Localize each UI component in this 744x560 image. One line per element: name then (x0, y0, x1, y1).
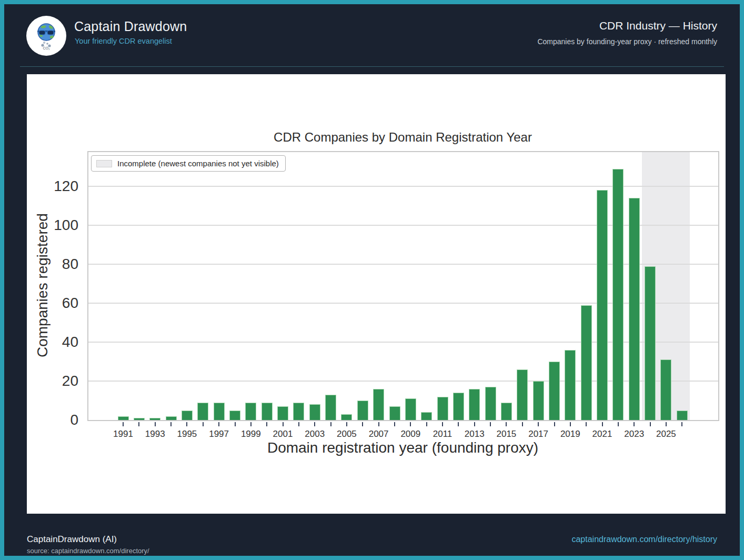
x-axis-label: Domain registration year (founding proxy… (87, 439, 718, 456)
x-tick-label-2007: 2007 (363, 429, 395, 439)
page: CO₂ Captain Drawdown Your friendly CDR e… (0, 0, 744, 560)
bar-2018 (549, 362, 560, 420)
bar-1992 (134, 418, 145, 420)
x-tick-2014 (490, 422, 491, 426)
bar-2004 (325, 395, 336, 420)
x-tick-label-2005: 2005 (331, 429, 363, 439)
x-tick-label-2001: 2001 (267, 429, 299, 439)
x-tick-2009 (410, 422, 411, 426)
bar-2020 (581, 305, 592, 420)
bar-1995 (182, 411, 193, 421)
bar-2026 (677, 411, 688, 421)
x-tick-2000 (266, 422, 267, 426)
x-tick-label-2015: 2015 (490, 429, 522, 439)
y-tick-label-0: 0 (70, 412, 78, 428)
bar-2006 (357, 401, 368, 420)
bar-2003 (309, 404, 320, 420)
bar-2002 (293, 403, 304, 420)
x-tick-2011 (442, 422, 443, 426)
bar-2005 (341, 414, 352, 420)
x-tick-2018 (554, 422, 555, 426)
page-subtitle: Companies by founding-year proxy · refre… (537, 37, 717, 46)
footer-link[interactable]: captaindrawdown.com/directory/history (571, 535, 717, 544)
globe-mascot-icon: CO₂ (30, 19, 63, 52)
x-tick-label-1991: 1991 (107, 429, 139, 439)
x-tick-2024 (650, 422, 651, 426)
x-tick-2002 (298, 422, 299, 426)
bar-2000 (262, 403, 273, 420)
x-tick-1998 (235, 422, 236, 426)
bar-2021 (597, 190, 608, 420)
gridline-20 (88, 381, 718, 382)
x-tick-label-2003: 2003 (299, 429, 330, 439)
x-tick-2026 (681, 422, 682, 426)
x-tick-1995 (186, 422, 187, 426)
x-tick-2001 (283, 422, 284, 426)
x-tick-2025 (666, 422, 667, 426)
bar-2010 (421, 412, 432, 420)
x-tick-1999 (250, 422, 252, 426)
bar-1996 (197, 403, 208, 420)
y-tick-label-100: 100 (54, 217, 78, 234)
plot-area: Incomplete (newest companies not yet vis… (87, 151, 719, 421)
bar-1998 (229, 411, 240, 421)
bar-2008 (389, 406, 400, 420)
y-tick-label-60: 60 (62, 295, 78, 312)
gridline-120 (88, 186, 718, 187)
bar-2023 (629, 198, 640, 420)
bar-1997 (214, 403, 225, 420)
x-tick-2013 (474, 422, 475, 426)
x-tick-1991 (123, 422, 124, 426)
brand-subtitle: Your friendly CDR evangelist (75, 37, 172, 45)
bar-2016 (517, 369, 528, 420)
bar-2025 (660, 359, 671, 420)
bar-2017 (533, 381, 544, 420)
bar-2024 (645, 266, 656, 420)
x-tick-2016 (522, 422, 523, 426)
bar-1994 (166, 416, 177, 420)
x-tick-2005 (346, 422, 347, 426)
exhaust-clouds-icon: CO₂ (41, 42, 51, 50)
chart-panel: CDR Companies by Domain Registration Yea… (27, 74, 726, 514)
x-tick-label-2017: 2017 (522, 429, 554, 439)
footer-brand: CaptainDrawdown (AI) (27, 534, 117, 545)
x-tick-label-2023: 2023 (618, 429, 650, 439)
bar-2022 (612, 169, 624, 421)
bar-2015 (501, 403, 512, 420)
bar-1991 (118, 416, 129, 420)
x-tick-2008 (394, 422, 395, 426)
x-tick-2020 (586, 422, 587, 426)
x-tick-label-2025: 2025 (650, 429, 682, 439)
x-tick-label-1995: 1995 (171, 429, 203, 439)
x-tick-label-2011: 2011 (427, 429, 458, 439)
legend: Incomplete (newest companies not yet vis… (91, 155, 286, 172)
x-tick-2015 (506, 422, 507, 426)
legend-label: Incomplete (newest companies not yet vis… (117, 159, 279, 168)
x-tick-label-2009: 2009 (395, 429, 426, 439)
y-tick-labels: 020406080100120 (27, 151, 78, 420)
x-tick-2003 (314, 422, 315, 426)
y-tick-label-80: 80 (62, 256, 78, 273)
x-ticks (88, 422, 718, 427)
x-tick-label-2021: 2021 (587, 429, 618, 439)
y-tick-label-120: 120 (54, 178, 78, 195)
x-tick-1996 (203, 422, 204, 426)
x-tick-label-1999: 1999 (235, 429, 267, 439)
x-tick-2004 (330, 422, 331, 426)
x-tick-2007 (378, 422, 379, 426)
x-tick-label-2013: 2013 (459, 429, 490, 439)
page-title: CDR Industry — History (599, 19, 717, 32)
co2-label: CO₂ (43, 46, 50, 50)
x-tick-2017 (538, 422, 539, 426)
bar-2001 (277, 406, 288, 420)
bar-1999 (245, 403, 256, 420)
x-tick-2019 (570, 422, 571, 426)
bar-2019 (565, 350, 576, 420)
x-tick-2012 (458, 422, 459, 426)
captain-drawdown-logo: CO₂ (26, 16, 66, 56)
bar-2011 (437, 397, 448, 420)
bar-2012 (453, 393, 464, 420)
y-tick-label-20: 20 (62, 373, 78, 389)
bar-2013 (469, 389, 480, 420)
y-tick-label-40: 40 (62, 334, 78, 351)
